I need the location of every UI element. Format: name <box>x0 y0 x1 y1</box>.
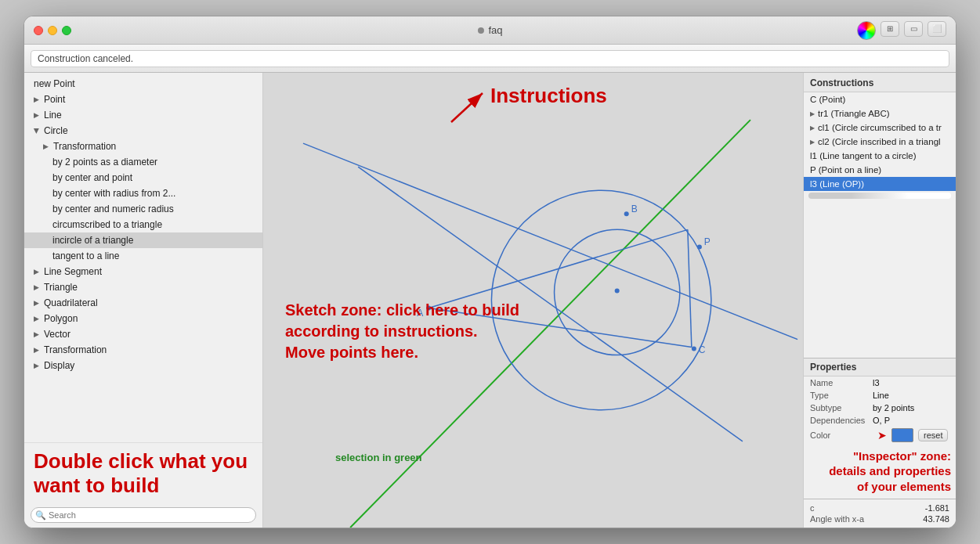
color-label: Color <box>810 431 873 440</box>
status-text: Construction canceled. <box>38 53 133 64</box>
window-title: faq <box>477 24 502 36</box>
sidebar-item-line[interactable]: ▶ Line <box>24 107 262 123</box>
svg-point-9 <box>624 211 629 216</box>
status-bar: Construction canceled. <box>31 50 949 67</box>
svg-point-13 <box>692 347 696 351</box>
sidebar-item-circle[interactable]: ▶ Circle <box>24 123 262 139</box>
titlebar-icons: ⊞ ▭ ⬜ <box>857 21 946 40</box>
disclosure-transformation-sub-icon: ▶ <box>43 142 49 150</box>
disclosure-circle-icon: ▶ <box>33 128 41 134</box>
color-arrow-icon: ➤ <box>877 429 887 441</box>
disclosure-line-icon: ▶ <box>34 111 39 119</box>
svg-point-8 <box>615 288 620 293</box>
prop-row-dependencies: Dependencies O, P <box>804 414 956 427</box>
sidebar-item-circumscribed[interactable]: circumscribed to a triangle <box>24 217 262 232</box>
disclosure-point-icon: ▶ <box>34 95 39 103</box>
disclosure-cl2-icon: ▶ <box>810 139 815 146</box>
disclosure-cl1-icon: ▶ <box>810 124 815 131</box>
sidebar-item-polygon[interactable]: ▶ Polygon <box>24 311 262 326</box>
maximize-button[interactable] <box>62 26 71 35</box>
prop-row-subtype: Subtype by 2 points <box>804 402 956 414</box>
sidebar-item-by-center-radius-from[interactable]: by center with radius from 2... <box>24 186 262 201</box>
prop-row-type: Type Line <box>804 389 956 402</box>
sidebar-item-tangent-to-line[interactable]: tangent to a line <box>24 248 262 264</box>
toolbar: Construction canceled. <box>24 45 956 73</box>
sidebar-tree[interactable]: new Point ▶ Point ▶ Line ▶ Circle <box>24 73 262 442</box>
traffic-lights <box>34 26 71 35</box>
disclosure-display-icon: ▶ <box>34 362 39 369</box>
title-dot-icon <box>477 27 483 34</box>
instructions-arrow <box>436 87 498 129</box>
sidebar-item-new-point[interactable]: new Point <box>24 76 262 92</box>
construction-item-c-point[interactable]: C (Point) <box>804 92 956 106</box>
sidebar-item-transformation-sub[interactable]: ▶ Transformation <box>24 139 262 154</box>
sidebar-item-triangle[interactable]: ▶ Triangle <box>24 279 262 295</box>
sidebar: new Point ▶ Point ▶ Line ▶ Circle <box>24 73 263 528</box>
color-row: Color ➤ reset <box>804 427 956 444</box>
disclosure-triangle-icon: ▶ <box>34 283 39 291</box>
disclosure-tr1-icon: ▶ <box>810 110 815 117</box>
sidebar-item-transformation[interactable]: ▶ Transformation <box>24 342 262 358</box>
disclosure-transformation-icon: ▶ <box>34 346 39 354</box>
instructions-label: Instructions <box>490 84 607 108</box>
reset-button[interactable]: reset <box>918 429 948 441</box>
titlebar: faq ⊞ ▭ ⬜ <box>24 16 956 45</box>
constructions-title: Constructions <box>804 73 956 92</box>
sidebar-item-display[interactable]: ▶ Display <box>24 358 262 373</box>
construction-item-tr1[interactable]: ▶ tr1 (Triangle ABC) <box>804 106 956 121</box>
sidebar-item-line-segment[interactable]: ▶ Line Segment <box>24 264 262 279</box>
sketch-zone-label: Sketch zone: click here to build accordi… <box>285 300 536 363</box>
sidebar-item-incircle[interactable]: incircle of a triangle <box>24 232 262 248</box>
selection-label: selection in green <box>335 452 422 463</box>
disclosure-line-segment-icon: ▶ <box>34 268 39 276</box>
sidebar-item-by-2-points[interactable]: by 2 points as a diameter <box>24 154 262 170</box>
sidebar-item-point[interactable]: ▶ Point <box>24 92 262 107</box>
prop-row-name: Name l3 <box>804 376 956 389</box>
sidebar-item-vector[interactable]: ▶ Vector <box>24 326 262 342</box>
sidebar-search-wrap: 🔍 <box>31 507 256 523</box>
construction-item-l3[interactable]: l3 (Line (OP)) <box>804 177 956 191</box>
scroll-indicator <box>808 193 951 199</box>
disclosure-polygon-icon: ▶ <box>34 315 39 322</box>
construction-item-cl2[interactable]: ▶ cl2 (Circle inscribed in a triangl <box>804 135 956 149</box>
prop-value-name: l3 <box>873 378 880 387</box>
sidebar-instruction-zone: Double click what you want to build <box>24 442 262 504</box>
color-swatch[interactable] <box>891 428 913 442</box>
disclosure-vector-icon: ▶ <box>34 330 39 338</box>
construction-item-l1[interactable]: l1 (Line tangent to a circle) <box>804 149 956 163</box>
sidebar-item-quadrilateral[interactable]: ▶ Quadrilateral <box>24 295 262 311</box>
inspector-zone-label: "Inspector" zone:details and propertieso… <box>804 444 956 499</box>
sidebar-item-by-center-numeric-radius[interactable]: by center and numeric radius <box>24 201 262 217</box>
bottom-prop-angle: Angle with x-a 43.748 <box>810 513 949 524</box>
sidebar-item-by-center-point[interactable]: by center and point <box>24 170 262 186</box>
construction-item-cl1[interactable]: ▶ cl1 (Circle circumscribed to a tr <box>804 121 956 135</box>
constructions-panel: Constructions C (Point) ▶ tr1 (Triangle … <box>804 73 956 358</box>
sidebar-search-input[interactable] <box>31 507 256 523</box>
svg-text:P: P <box>704 236 711 247</box>
disclosure-quadrilateral-icon: ▶ <box>34 299 39 307</box>
prop-value-type: Line <box>873 391 889 400</box>
main-content: new Point ▶ Point ▶ Line ▶ Circle <box>24 73 956 528</box>
sketch-zone[interactable]: B A C P <box>263 73 803 528</box>
right-panel: Constructions C (Point) ▶ tr1 (Triangle … <box>803 73 956 528</box>
prop-value-subtype: by 2 points <box>873 403 914 413</box>
double-click-label: Double click what you want to build <box>34 449 253 498</box>
color-wheel-icon[interactable] <box>857 21 876 40</box>
bottom-prop-c: c -1.681 <box>810 503 949 513</box>
panel-view-button[interactable]: ▭ <box>904 21 923 37</box>
search-icon: 🔍 <box>35 510 46 521</box>
properties-title: Properties <box>804 358 956 376</box>
bottom-properties: c -1.681 Angle with x-a 43.748 <box>804 499 956 528</box>
svg-text:C: C <box>699 344 706 355</box>
main-window: faq ⊞ ▭ ⬜ Construction canceled. new Poi… <box>24 16 956 528</box>
minimize-button[interactable] <box>48 26 57 35</box>
grid-view-button[interactable]: ⊞ <box>881 21 899 37</box>
close-button[interactable] <box>34 26 43 35</box>
construction-item-p-line[interactable]: P (Point on a line) <box>804 163 956 177</box>
prop-value-dependencies: O, P <box>873 416 890 425</box>
svg-line-19 <box>451 93 483 122</box>
dual-panel-button[interactable]: ⬜ <box>928 21 946 37</box>
properties-panel: Properties Name l3 Type Line Subtype by … <box>804 358 956 444</box>
svg-text:B: B <box>631 204 638 214</box>
svg-point-15 <box>697 244 702 249</box>
